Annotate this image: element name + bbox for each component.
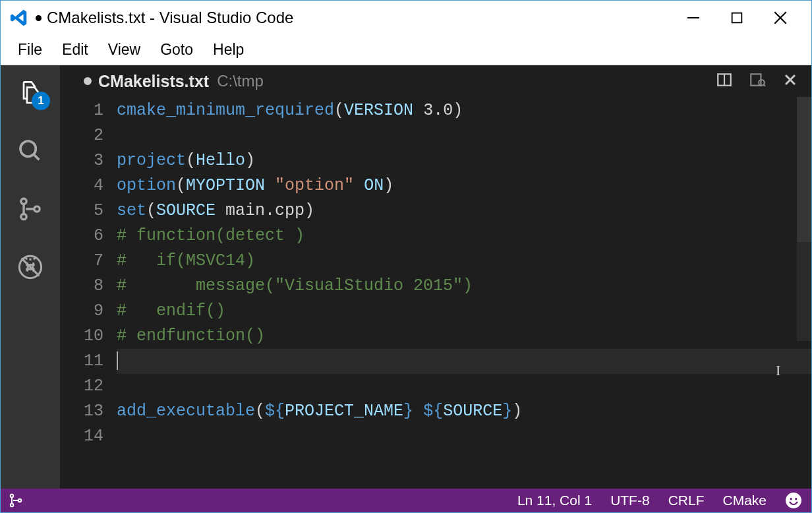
line-number: 12	[60, 374, 103, 399]
menu-help[interactable]: Help	[204, 37, 253, 63]
status-language[interactable]: CMake	[722, 493, 767, 508]
svg-line-5	[34, 154, 39, 160]
svg-line-15	[764, 85, 765, 86]
code-line[interactable]: option(MYOPTION "option" ON)	[117, 173, 811, 198]
menu-edit[interactable]: Edit	[53, 37, 98, 63]
code-line[interactable]: # endif()	[117, 299, 811, 324]
menu-bar: File Edit View Goto Help	[1, 35, 811, 65]
explorer-badge: 1	[32, 92, 50, 110]
activity-git[interactable]	[14, 193, 46, 225]
tab-filename: CMakelists.txt	[98, 72, 209, 91]
close-button[interactable]	[772, 9, 789, 26]
window-controls	[685, 9, 789, 26]
code-line[interactable]: # if(MSVC14)	[117, 249, 811, 274]
line-number: 4	[60, 173, 103, 198]
code-line[interactable]: # endfunction()	[117, 324, 811, 349]
minimize-button[interactable]	[685, 9, 702, 26]
svg-point-18	[11, 495, 13, 497]
line-number: 3	[60, 148, 103, 173]
activity-search[interactable]	[14, 135, 46, 167]
dirty-indicator-icon	[36, 15, 42, 21]
svg-point-8	[34, 206, 40, 212]
status-eol[interactable]: CRLF	[668, 493, 705, 508]
svg-line-10	[22, 258, 40, 276]
editor-area: CMakelists.txt C:\tmp 123456789101112131…	[60, 65, 811, 489]
line-number: 2	[60, 123, 103, 148]
status-cursor-position[interactable]: Ln 11, Col 1	[517, 493, 592, 508]
activity-debug[interactable]	[14, 251, 46, 283]
workbench: 1 CMakelists.txt C:\tmp	[1, 65, 811, 489]
feedback-smile-icon[interactable]	[785, 492, 802, 509]
activity-bar: 1	[1, 65, 60, 489]
title-bar: CMakelists.txt - Visual Studio Code	[1, 1, 811, 35]
code-content[interactable]: cmake_minimum_required(VERSION 3.0)proje…	[117, 97, 811, 489]
line-number: 13	[60, 399, 103, 424]
line-number: 7	[60, 249, 103, 274]
menu-file[interactable]: File	[9, 37, 51, 63]
svg-point-4	[20, 141, 36, 156]
svg-point-20	[18, 499, 21, 502]
code-line[interactable]: set(SOURCE main.cpp)	[117, 198, 811, 224]
line-number: 14	[60, 424, 103, 449]
toggle-preview-icon[interactable]	[748, 71, 767, 89]
svg-point-21	[786, 493, 801, 508]
svg-point-23	[795, 498, 797, 500]
tab-filepath: C:\tmp	[217, 72, 264, 90]
line-number: 1	[60, 98, 103, 123]
code-line[interactable]: # message("VisualStudio 2015")	[117, 274, 811, 299]
line-number: 9	[60, 299, 103, 324]
tab-dirty-icon	[84, 77, 92, 85]
line-number: 10	[60, 324, 103, 349]
line-number: 11	[60, 349, 103, 374]
code-line[interactable]	[117, 123, 811, 148]
text-cursor	[117, 351, 118, 370]
split-editor-icon[interactable]	[715, 71, 734, 89]
svg-rect-1	[732, 13, 742, 23]
editor-actions	[715, 71, 799, 89]
scroll-thumb-overview	[797, 242, 811, 341]
line-number: 8	[60, 274, 103, 299]
menu-view[interactable]: View	[99, 37, 150, 63]
editor-tab[interactable]: CMakelists.txt C:\tmp	[60, 65, 811, 97]
close-editor-icon[interactable]	[781, 71, 799, 89]
vscode-app-icon	[9, 8, 29, 28]
ibeam-cursor-icon: I	[776, 362, 780, 379]
code-line[interactable]	[117, 349, 811, 374]
activity-explorer[interactable]: 1	[14, 77, 46, 109]
line-number: 5	[60, 198, 103, 224]
svg-point-19	[11, 504, 13, 506]
code-line[interactable]: project(Hello)	[117, 148, 811, 173]
scroll-thumb[interactable]	[797, 97, 811, 242]
maximize-button[interactable]	[728, 9, 745, 26]
code-line[interactable]: # function(detect )	[117, 224, 811, 249]
line-number: 6	[60, 224, 103, 249]
menu-goto[interactable]: Goto	[151, 37, 202, 63]
code-line[interactable]: add_executable(${PROJECT_NAME} ${SOURCE}…	[117, 399, 811, 424]
vertical-scrollbar[interactable]	[797, 97, 811, 489]
line-gutter: 1234567891011121314	[60, 97, 117, 489]
code-line[interactable]	[117, 424, 811, 449]
svg-point-22	[790, 498, 792, 500]
code-editor[interactable]: 1234567891011121314 cmake_minimum_requir…	[60, 97, 811, 489]
status-bar: Ln 11, Col 1 UTF-8 CRLF CMake	[1, 489, 811, 512]
window-title: CMakelists.txt - Visual Studio Code	[47, 9, 685, 27]
svg-point-7	[21, 214, 26, 220]
status-encoding[interactable]: UTF-8	[610, 493, 650, 508]
code-line[interactable]	[117, 374, 811, 399]
svg-point-6	[21, 198, 26, 204]
code-line[interactable]: cmake_minimum_required(VERSION 3.0)	[117, 98, 811, 123]
status-git-icon[interactable]	[1, 489, 31, 512]
